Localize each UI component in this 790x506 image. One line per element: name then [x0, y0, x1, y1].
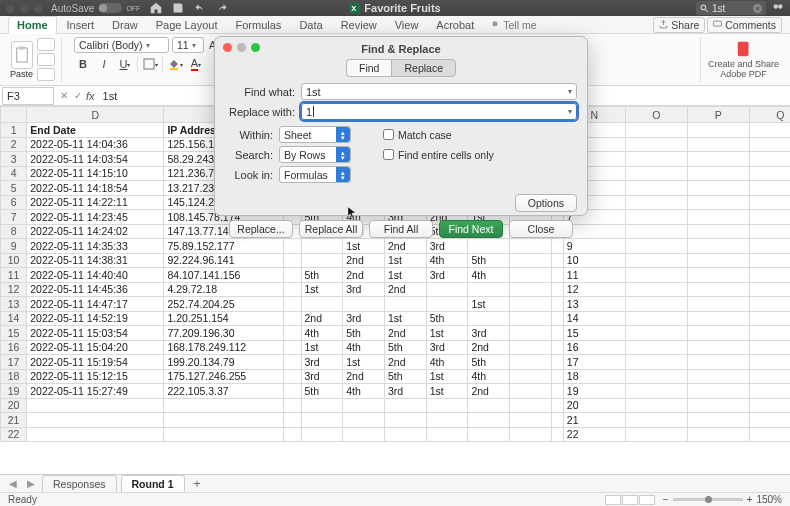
fx-icon[interactable]: fx	[86, 90, 95, 102]
cell[interactable]	[625, 297, 687, 312]
zoom-out-button[interactable]: −	[663, 494, 669, 505]
cell[interactable]: 5th	[384, 369, 426, 384]
cell[interactable]	[301, 413, 343, 428]
cell[interactable]	[283, 239, 301, 254]
cell[interactable]: 1.20.251.154	[164, 311, 283, 326]
italic-button[interactable]: I	[95, 56, 113, 72]
row-header[interactable]: 11	[1, 268, 27, 283]
cell[interactable]	[749, 282, 790, 297]
cell[interactable]: 16	[563, 340, 625, 355]
close-icon[interactable]	[6, 4, 15, 13]
enter-formula-icon[interactable]: ✓	[74, 90, 82, 101]
close-button[interactable]: Close	[509, 220, 573, 238]
cell[interactable]: 2nd	[468, 340, 510, 355]
sheet-nav-next[interactable]: ▶	[24, 478, 38, 489]
replace-button[interactable]: Replace...	[229, 220, 293, 238]
cell[interactable]	[687, 311, 749, 326]
cell[interactable]	[625, 195, 687, 210]
cell[interactable]: 3rd	[343, 311, 385, 326]
cell[interactable]	[510, 326, 552, 341]
tell-me-search[interactable]: Tell me	[490, 19, 536, 31]
maximize-icon[interactable]	[34, 4, 43, 13]
zoom-in-button[interactable]: +	[747, 494, 753, 505]
clear-search-icon[interactable]: ×	[753, 4, 762, 13]
cell[interactable]	[749, 224, 790, 239]
cell[interactable]: 2nd	[384, 326, 426, 341]
tab-formulas[interactable]: Formulas	[228, 17, 290, 33]
cell[interactable]	[468, 311, 510, 326]
cell[interactable]	[749, 340, 790, 355]
fill-color-button[interactable]: ▾	[166, 56, 184, 72]
cell[interactable]	[510, 384, 552, 399]
share-menu-icon[interactable]	[772, 2, 784, 14]
cell[interactable]	[551, 268, 563, 283]
cell[interactable]: 77.209.196.30	[164, 326, 283, 341]
cell[interactable]	[283, 355, 301, 370]
cell[interactable]: 5th	[301, 268, 343, 283]
cell[interactable]	[301, 297, 343, 312]
cell[interactable]: 2022-05-11 14:15:10	[27, 166, 164, 181]
cell[interactable]	[510, 369, 552, 384]
cell[interactable]	[687, 137, 749, 152]
cell[interactable]	[687, 413, 749, 428]
cell[interactable]: 4th	[426, 253, 468, 268]
replace-all-button[interactable]: Replace All	[299, 220, 363, 238]
tab-home[interactable]: Home	[8, 16, 57, 34]
cell[interactable]	[749, 268, 790, 283]
cell[interactable]: 2022-05-11 14:18:54	[27, 181, 164, 196]
cell[interactable]: 3rd	[426, 268, 468, 283]
cell[interactable]: 2nd	[301, 311, 343, 326]
cell[interactable]	[625, 311, 687, 326]
cell[interactable]	[749, 297, 790, 312]
cell[interactable]	[384, 427, 426, 442]
search-input[interactable]: 1st ×	[696, 1, 766, 15]
redo-icon[interactable]	[216, 2, 228, 14]
column-header[interactable]: D	[27, 107, 164, 123]
cell[interactable]: 1st	[384, 268, 426, 283]
cell[interactable]: 2022-05-11 14:03:54	[27, 152, 164, 167]
cell[interactable]	[343, 413, 385, 428]
row-header[interactable]: 17	[1, 355, 27, 370]
cell[interactable]	[625, 355, 687, 370]
cell[interactable]	[551, 253, 563, 268]
cell[interactable]: 1st	[426, 369, 468, 384]
cell[interactable]	[301, 398, 343, 413]
cell[interactable]: 21	[563, 413, 625, 428]
cell[interactable]: 4.29.72.18	[164, 282, 283, 297]
cell[interactable]	[687, 239, 749, 254]
row-header[interactable]: 22	[1, 427, 27, 442]
cell[interactable]	[343, 427, 385, 442]
cell[interactable]: 2022-05-11 14:23:45	[27, 210, 164, 225]
cell[interactable]: 3rd	[301, 369, 343, 384]
row-header[interactable]: 1	[1, 123, 27, 138]
cell[interactable]	[468, 282, 510, 297]
row-header[interactable]: 8	[1, 224, 27, 239]
cell[interactable]	[384, 398, 426, 413]
cell[interactable]	[301, 239, 343, 254]
cell[interactable]	[625, 166, 687, 181]
cell[interactable]: 5th	[384, 340, 426, 355]
cell[interactable]: 199.20.134.79	[164, 355, 283, 370]
sheet-tab-responses[interactable]: Responses	[42, 475, 117, 492]
cell[interactable]	[510, 413, 552, 428]
toggle-pill[interactable]	[98, 3, 122, 13]
lookin-select[interactable]: Formulas▴▾	[279, 166, 351, 183]
cell[interactable]: 2nd	[343, 268, 385, 283]
cell[interactable]	[625, 253, 687, 268]
cell[interactable]: 5th	[426, 311, 468, 326]
cell[interactable]: 2022-05-11 15:03:54	[27, 326, 164, 341]
undo-icon[interactable]	[194, 2, 206, 14]
cell[interactable]	[749, 326, 790, 341]
tab-view[interactable]: View	[387, 17, 427, 33]
autosave-toggle[interactable]: AutoSave OFF	[51, 3, 140, 14]
cell[interactable]	[283, 253, 301, 268]
cell[interactable]: 2022-05-11 14:47:17	[27, 297, 164, 312]
cell[interactable]: 15	[563, 326, 625, 341]
cell[interactable]: 75.89.152.177	[164, 239, 283, 254]
cell[interactable]: 14	[563, 311, 625, 326]
cell[interactable]	[510, 253, 552, 268]
cell[interactable]: 2022-05-11 14:45:36	[27, 282, 164, 297]
share-button[interactable]: Share	[653, 17, 705, 33]
add-sheet-button[interactable]: +	[189, 477, 206, 491]
comments-button[interactable]: Comments	[707, 17, 782, 33]
